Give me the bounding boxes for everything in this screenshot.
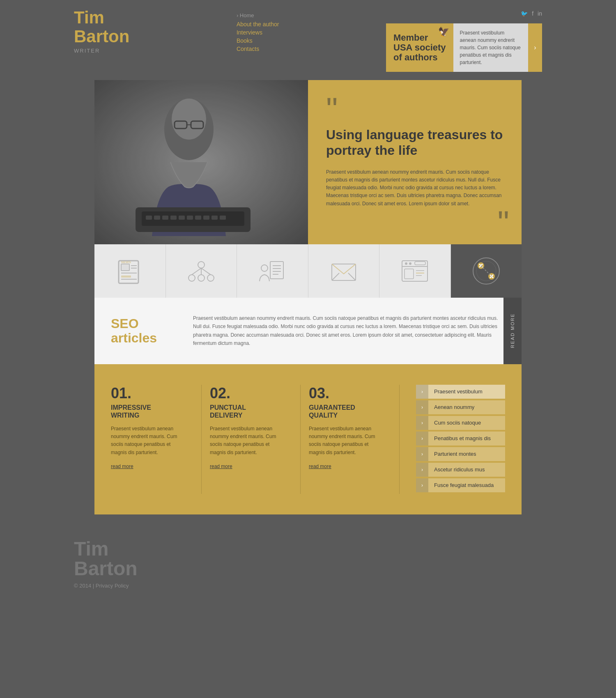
icon-cell-strategy[interactable] bbox=[451, 244, 522, 298]
feature-link-3[interactable]: read more bbox=[309, 464, 331, 469]
feature-num-1: 01. bbox=[111, 385, 181, 402]
footer-name: Tim Barton bbox=[74, 539, 542, 579]
footer-copyright: © 2014 | Privacy Policy bbox=[74, 583, 542, 589]
icon-cell-browser[interactable] bbox=[379, 244, 451, 298]
accordion-item-1[interactable]: › Aenean noummy bbox=[416, 400, 505, 414]
icon-cell-person-doc[interactable] bbox=[237, 244, 308, 298]
svg-line-31 bbox=[192, 268, 201, 275]
hero-section: " Using language treasures to portray th… bbox=[94, 80, 522, 244]
svg-point-28 bbox=[188, 275, 195, 281]
accordion-arrow-3: › bbox=[416, 432, 428, 445]
linkedin-icon[interactable]: in bbox=[538, 10, 542, 17]
svg-point-45 bbox=[405, 262, 407, 265]
svg-rect-16 bbox=[211, 216, 218, 220]
hero-image bbox=[94, 80, 308, 244]
svg-rect-9 bbox=[154, 216, 160, 220]
feature-divider-1 bbox=[201, 385, 202, 494]
feature-num-2: 02. bbox=[210, 385, 280, 402]
nav-interviews[interactable]: Interviews bbox=[237, 29, 279, 36]
accordion-arrow-5: › bbox=[416, 463, 428, 477]
author-photo bbox=[94, 80, 308, 244]
svg-rect-48 bbox=[405, 269, 414, 279]
accordion-label-5: Ascetur ridiculus mus bbox=[428, 463, 491, 476]
facebook-icon[interactable]: f bbox=[532, 10, 533, 17]
svg-rect-15 bbox=[203, 216, 209, 220]
accordion-label-3: Penatibus et magnis dis bbox=[428, 432, 496, 445]
feature-link-1[interactable]: read more bbox=[111, 464, 133, 469]
seo-section: SEO articles Praesent vestibulum aenean … bbox=[94, 298, 522, 364]
feature-heading-1: IMPRESSIVEWRITING bbox=[111, 404, 181, 419]
svg-point-52 bbox=[473, 258, 499, 284]
feature-body-2: Praesent vestibulum aenean noummy endrer… bbox=[210, 425, 280, 457]
bird-icon: 🦅 bbox=[438, 27, 449, 37]
seo-title-col: SEO articles bbox=[94, 314, 185, 348]
feature-col-2: 02. PUNCTUALDELIVERY Praesent vestibulum… bbox=[210, 385, 292, 494]
quote-close-mark: " bbox=[498, 210, 509, 236]
news-icon: NEWS bbox=[115, 257, 144, 285]
nav-home[interactable]: Home bbox=[237, 12, 279, 18]
hero-quote-body: Praesent vestibulum aenean noummy endrer… bbox=[326, 168, 503, 208]
member-description: Praesent vestibulum aenean noummy endrer… bbox=[453, 23, 528, 72]
member-arrow-button[interactable]: › bbox=[528, 23, 542, 72]
topbar-right: 🐦 f in 🦅 Member USA society of authors P… bbox=[386, 8, 542, 72]
icons-row: NEWS bbox=[94, 244, 522, 298]
seo-title: SEO articles bbox=[111, 317, 157, 345]
quote-open-mark: " bbox=[326, 96, 503, 123]
svg-rect-47 bbox=[415, 262, 425, 265]
svg-rect-10 bbox=[162, 216, 168, 220]
feature-body-1: Praesent vestibulum aenean noummy endrer… bbox=[111, 425, 181, 457]
svg-rect-8 bbox=[146, 216, 152, 220]
nav-about[interactable]: About the author bbox=[237, 21, 279, 28]
header: Tim Barton WRITER Home About the author … bbox=[0, 0, 616, 80]
icon-cell-news[interactable]: NEWS bbox=[94, 244, 166, 298]
accordion-item-5[interactable]: › Ascetur ridiculus mus bbox=[416, 463, 505, 477]
member-badge-left: 🦅 Member USA society of authors bbox=[386, 23, 453, 72]
accordion-label-6: Fusce feugiat malesuada bbox=[428, 479, 499, 491]
network-icon bbox=[187, 257, 216, 285]
read-more-tab[interactable]: READ MORE bbox=[503, 298, 522, 364]
svg-rect-17 bbox=[220, 216, 226, 220]
accordion-item-0[interactable]: › Praesent vestibulum bbox=[416, 385, 505, 399]
logo: Tim Barton WRITER bbox=[74, 8, 129, 54]
accordion-item-2[interactable]: › Cum sociis natoque bbox=[416, 416, 505, 430]
footer: Tim Barton © 2014 | Privacy Policy bbox=[0, 514, 616, 601]
icon-cell-mail[interactable] bbox=[308, 244, 380, 298]
logo-role: WRITER bbox=[74, 48, 129, 54]
page-wrapper: Tim Barton WRITER Home About the author … bbox=[0, 0, 616, 698]
feature-col-3: 03. GUARANTEEDQUALITY Praesent vestibulu… bbox=[309, 385, 391, 494]
member-badge: 🦅 Member USA society of authors Praesent… bbox=[386, 23, 542, 72]
features-section: 01. IMPRESSIVEWRITING Praesent vestibulu… bbox=[94, 364, 522, 514]
feature-col-1: 01. IMPRESSIVEWRITING Praesent vestibulu… bbox=[111, 385, 193, 494]
accordion-item-4[interactable]: › Parturient montes bbox=[416, 447, 505, 461]
feature-divider-3 bbox=[399, 385, 400, 494]
svg-rect-12 bbox=[179, 216, 185, 220]
accordion-arrow-1: › bbox=[416, 400, 428, 414]
accordion-label-0: Praesent vestibulum bbox=[428, 385, 488, 398]
nav-books[interactable]: Books bbox=[237, 37, 279, 44]
svg-rect-14 bbox=[195, 216, 201, 220]
accordion-arrow-0: › bbox=[416, 385, 428, 399]
feature-divider-2 bbox=[300, 385, 301, 494]
social-icons: 🐦 f in bbox=[521, 10, 542, 17]
logo-name: Tim Barton bbox=[74, 8, 129, 46]
accordion-label-4: Parturient montes bbox=[428, 448, 482, 460]
icon-cell-network[interactable] bbox=[166, 244, 237, 298]
twitter-icon[interactable]: 🐦 bbox=[521, 10, 528, 17]
accordion-item-3[interactable]: › Penatibus et magnis dis bbox=[416, 432, 505, 445]
seo-body-text: Praesent vestibulum aenean noummy endrer… bbox=[185, 314, 522, 348]
feature-body-3: Praesent vestibulum aenean noummy endrer… bbox=[309, 425, 379, 457]
svg-point-2 bbox=[172, 99, 206, 140]
accordion-label-1: Aenean noummy bbox=[428, 401, 480, 413]
svg-point-29 bbox=[207, 275, 214, 281]
accordion-item-6[interactable]: › Fusce feugiat malesuada bbox=[416, 478, 505, 492]
hero-quote-text: Using language treasures to portray the … bbox=[326, 127, 503, 158]
svg-line-41 bbox=[332, 273, 339, 280]
feature-heading-3: GUARANTEEDQUALITY bbox=[309, 404, 379, 419]
svg-text:NEWS: NEWS bbox=[121, 260, 131, 264]
feature-link-2[interactable]: read more bbox=[210, 464, 232, 469]
nav-contacts[interactable]: Contacts bbox=[237, 46, 279, 52]
accordion-col: › Praesent vestibulum › Aenean noummy › … bbox=[408, 385, 505, 494]
accordion-arrow-6: › bbox=[416, 478, 428, 492]
svg-point-46 bbox=[409, 262, 411, 265]
svg-point-27 bbox=[198, 262, 205, 268]
